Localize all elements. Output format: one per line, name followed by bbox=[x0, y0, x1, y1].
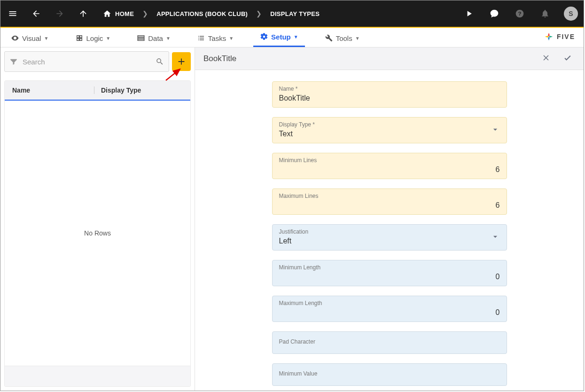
field-min-value[interactable]: Minimum Value bbox=[272, 363, 507, 386]
profile-avatar[interactable]: S bbox=[564, 7, 578, 21]
field-min-length[interactable]: Minimum Length bbox=[272, 260, 507, 286]
min-length-input[interactable] bbox=[279, 273, 500, 281]
crumb-home[interactable]: HOME bbox=[103, 9, 134, 18]
col-display-type[interactable]: Display Type bbox=[94, 86, 183, 94]
details-header: BookTitle bbox=[195, 47, 584, 70]
chevron-right-icon: ❯ bbox=[256, 10, 262, 17]
field-pad-character[interactable]: Pad Character bbox=[272, 331, 507, 354]
tab-logic[interactable]: Logic▼ bbox=[69, 30, 117, 47]
topbar: HOME ❯ APPLICATIONS (BOOK CLUB) ❯ DISPLA… bbox=[0, 0, 584, 27]
col-name[interactable]: Name bbox=[12, 86, 94, 94]
help-icon[interactable]: ? bbox=[513, 7, 526, 20]
field-min-lines[interactable]: Minimum Lines bbox=[272, 153, 507, 179]
hamburger-icon[interactable] bbox=[6, 7, 19, 20]
chevron-down-icon bbox=[491, 125, 500, 136]
tab-tasks[interactable]: Tasks▼ bbox=[190, 30, 240, 47]
tab-tools[interactable]: Tools▼ bbox=[318, 30, 367, 47]
close-button[interactable] bbox=[538, 50, 554, 67]
name-input[interactable] bbox=[279, 94, 500, 102]
max-length-input[interactable] bbox=[279, 308, 500, 317]
list-footer bbox=[5, 366, 190, 386]
max-lines-input[interactable] bbox=[279, 201, 500, 210]
brand-logo: FIVE bbox=[544, 31, 575, 42]
list-header: Name Display Type bbox=[5, 81, 190, 101]
tab-visual[interactable]: Visual▼ bbox=[4, 30, 55, 47]
display-type-value: Text bbox=[279, 130, 500, 138]
tab-data[interactable]: Data▼ bbox=[130, 30, 177, 47]
field-name[interactable]: Name * bbox=[272, 81, 507, 108]
chat-icon[interactable] bbox=[488, 7, 501, 20]
tab-setup[interactable]: Setup▼ bbox=[253, 29, 305, 47]
forward-icon bbox=[53, 7, 66, 20]
menubar: Visual▼ Logic▼ Data▼ Tasks▼ Setup▼ Tools… bbox=[0, 28, 584, 47]
up-icon[interactable] bbox=[77, 7, 90, 20]
search-icon bbox=[156, 57, 164, 66]
add-button[interactable] bbox=[172, 52, 191, 71]
list-empty: No Rows bbox=[5, 101, 190, 366]
back-icon[interactable] bbox=[30, 7, 43, 20]
play-icon[interactable] bbox=[462, 7, 476, 20]
min-lines-input[interactable] bbox=[279, 165, 500, 174]
crumb-display-types[interactable]: DISPLAY TYPES bbox=[270, 10, 320, 17]
field-display-type[interactable]: Display Type * Text bbox=[272, 117, 507, 143]
chevron-down-icon bbox=[491, 232, 500, 243]
svg-text:?: ? bbox=[518, 10, 521, 16]
field-justification[interactable]: Justification Left bbox=[272, 224, 507, 251]
breadcrumb: HOME ❯ APPLICATIONS (BOOK CLUB) ❯ DISPLA… bbox=[103, 9, 320, 18]
chevron-right-icon: ❯ bbox=[142, 10, 148, 17]
confirm-button[interactable] bbox=[560, 50, 575, 67]
list: Name Display Type No Rows bbox=[4, 80, 191, 387]
field-max-lines[interactable]: Maximum Lines bbox=[272, 188, 507, 215]
search-box[interactable] bbox=[4, 51, 169, 72]
crumb-applications[interactable]: APPLICATIONS (BOOK CLUB) bbox=[156, 10, 248, 17]
justification-value: Left bbox=[279, 237, 500, 245]
search-input[interactable] bbox=[23, 58, 156, 66]
field-max-length[interactable]: Maximum Length bbox=[272, 296, 507, 322]
details-title: BookTitle bbox=[203, 54, 236, 63]
filter-icon bbox=[9, 57, 18, 66]
bell-icon[interactable] bbox=[538, 7, 552, 20]
